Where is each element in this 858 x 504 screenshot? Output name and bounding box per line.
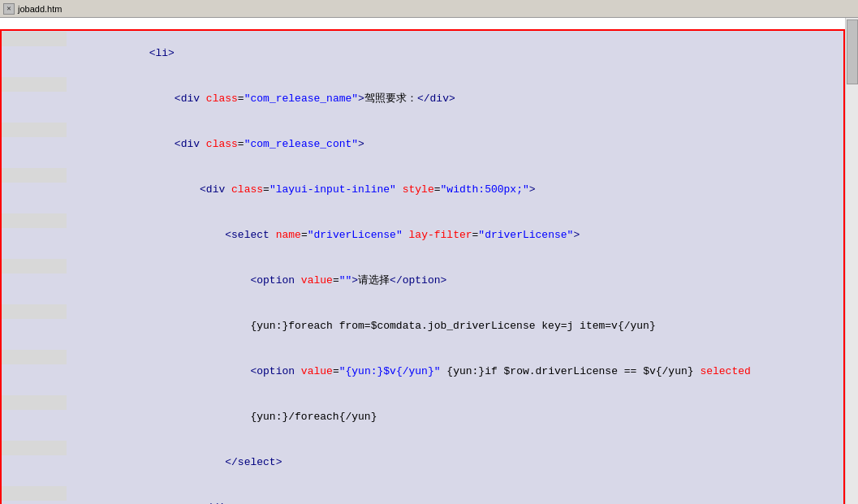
line-content: <option value="">请选择</option> <box>67 259 843 303</box>
line-content: {yun:}foreach from=$comdata.job_driverLi… <box>67 304 843 348</box>
code-line: </select> <box>2 440 843 485</box>
line-content: <div class="layui-input-inline" style="w… <box>67 168 843 212</box>
code-line: <div class="layui-input-inline" style="w… <box>2 167 843 213</box>
code-region: <li> <div class="com_release_name">驾照要求：… <box>0 29 845 504</box>
code-editor[interactable]: <li> <div class="com_release_name">驾照要求：… <box>0 18 858 504</box>
code-line: <div class="com_release_cont"> <box>2 122 843 167</box>
selected-region: <li> <div class="com_release_name">驾照要求：… <box>0 29 845 504</box>
line-content: <select name="driverLicense" lay-filter=… <box>67 213 843 257</box>
code-line: <div class="com_release_name">驾照要求：</div… <box>2 76 843 122</box>
code-line: </div> <box>2 485 843 504</box>
code-line: {yun:}/foreach{/yun} <box>2 394 843 440</box>
scrollbar[interactable] <box>845 18 858 504</box>
title-bar: ✕ jobadd.htm <box>0 0 858 18</box>
code-line: <option value="{yun:}$v{/yun}" {yun:}if … <box>2 349 843 394</box>
line-content: <li> <box>67 32 843 75</box>
code-line: <li> <box>2 31 843 76</box>
code-line: <option value="">请选择</option> <box>2 258 843 304</box>
scrollbar-thumb[interactable] <box>847 19 858 84</box>
window-title: jobadd.htm <box>18 4 62 14</box>
line-content: <div class="com_release_name">驾照要求：</div… <box>67 77 843 121</box>
code-line: {yun:}foreach from=$comdata.job_driverLi… <box>2 304 843 349</box>
line-content: <option value="{yun:}$v{/yun}" {yun:}if … <box>67 350 843 394</box>
line-content: {yun:}/foreach{/yun} <box>67 395 843 439</box>
line-content: </div> <box>67 486 843 504</box>
line-content: </select> <box>67 441 843 485</box>
code-line: <select name="driverLicense" lay-filter=… <box>2 213 843 258</box>
close-button[interactable]: ✕ <box>3 3 15 15</box>
window: ✕ jobadd.htm <li> <div class="com_releas… <box>0 0 858 504</box>
line-content: <div class="com_release_cont"> <box>67 123 843 166</box>
